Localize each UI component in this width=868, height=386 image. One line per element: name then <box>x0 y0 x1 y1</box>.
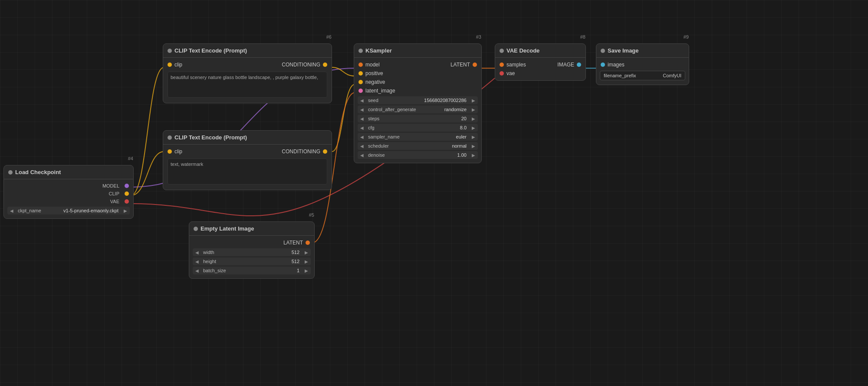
port-dot-model <box>125 184 129 188</box>
port-label-negative-in: negative <box>365 79 385 85</box>
param-arrow-left-steps[interactable]: ◀ <box>358 115 366 122</box>
param-label-height: height <box>201 257 289 265</box>
param-arrow-right-steps[interactable]: ▶ <box>469 115 478 122</box>
param-arrow-right-cag[interactable]: ▶ <box>469 106 478 113</box>
negative-prompt-text[interactable]: text, watermark <box>168 158 327 185</box>
port-dot-images-in <box>601 63 605 67</box>
param-scheduler[interactable]: ◀ scheduler normal ▶ <box>358 142 478 150</box>
node-title-load-checkpoint: Load Checkpoint <box>15 169 61 175</box>
port-label-conditioning-out: CONDITIONING <box>282 62 320 68</box>
param-label-cag: control_after_generate <box>366 106 442 113</box>
port-label-samples-in: samples <box>506 62 526 68</box>
param-label-cfg: cfg <box>366 124 457 132</box>
node-body-clip-negative: clip CONDITIONING text, watermark <box>163 145 332 190</box>
load-checkpoint-node: #4 Load Checkpoint MODEL CLIP VAE ◀ ckpt… <box>3 165 134 219</box>
filename-prefix-label: filename_prefix <box>604 73 636 78</box>
param-arrow-right-seed[interactable]: ▶ <box>469 97 478 104</box>
param-label-ckpt: ckpt_name <box>16 207 61 214</box>
param-label-width: width <box>201 248 289 256</box>
positive-prompt-text[interactable]: beautiful scenery nature glass bottle la… <box>168 72 327 98</box>
param-value-height: 512 <box>289 257 302 265</box>
port-label-images-in: images <box>608 62 625 68</box>
param-arrow-right-height[interactable]: ▶ <box>302 258 311 265</box>
param-arrow-right-denoise[interactable]: ▶ <box>469 152 478 159</box>
param-value-seed: 1566802087002286 <box>421 96 469 104</box>
param-label-denoise: denoise <box>366 151 455 159</box>
param-arrow-right-scheduler[interactable]: ▶ <box>469 142 478 150</box>
port-dot-conditioning-out <box>323 63 327 67</box>
node-id-8: #8 <box>580 34 585 40</box>
param-arrow-left-denoise[interactable]: ◀ <box>358 152 366 159</box>
param-batch-size[interactable]: ◀ batch_size 1 ▶ <box>193 267 311 274</box>
save-image-node: #9 Save Image images filename_prefix Com… <box>596 43 689 85</box>
param-arrow-left-cag[interactable]: ◀ <box>358 106 366 113</box>
param-arrow-left-sampler[interactable]: ◀ <box>358 133 366 141</box>
port-model-output: MODEL <box>4 182 133 190</box>
node-status-dot <box>601 49 605 53</box>
param-denoise[interactable]: ◀ denoise 1.00 ▶ <box>358 151 478 159</box>
param-control-after-generate[interactable]: ◀ control_after_generate randomize ▶ <box>358 106 478 113</box>
clip-text-positive-node: #6 CLIP Text Encode (Prompt) clip CONDIT… <box>163 43 332 103</box>
clip-text-negative-node: CLIP Text Encode (Prompt) clip CONDITION… <box>163 130 332 190</box>
node-title-vae-decode: VAE Decode <box>506 47 539 54</box>
param-arrow-right-cfg[interactable]: ▶ <box>469 124 478 132</box>
param-value-sampler: euler <box>454 133 469 141</box>
param-width[interactable]: ◀ width 512 ▶ <box>193 248 311 256</box>
node-header-vae-decode: VAE Decode <box>495 44 585 58</box>
param-value-denoise: 1.00 <box>455 151 469 159</box>
node-title-clip-negative: CLIP Text Encode (Prompt) <box>174 134 247 141</box>
port-label-latent-out-k: LATENT <box>450 62 470 68</box>
node-header-clip-negative: CLIP Text Encode (Prompt) <box>163 131 332 145</box>
param-label-batch: batch_size <box>201 267 294 274</box>
node-id-9: #9 <box>684 34 689 40</box>
node-body-save-image: images filename_prefix ComfyUI <box>596 58 689 85</box>
node-header-empty-latent: Empty Latent Image <box>189 222 314 236</box>
param-arrow-right-sampler[interactable]: ▶ <box>469 133 478 141</box>
node-body-ksampler: model LATENT positive negative latent_im… <box>354 58 481 163</box>
port-dot-latent-out <box>306 241 310 245</box>
node-header-ksampler: KSampler <box>354 44 481 58</box>
param-value-scheduler: normal <box>449 142 469 150</box>
param-arrow-left-cfg[interactable]: ◀ <box>358 124 366 132</box>
param-arrow-left-batch[interactable]: ◀ <box>193 267 201 274</box>
param-label-steps: steps <box>366 115 459 122</box>
param-label-sampler: sampler_name <box>366 133 454 141</box>
node-status-dot <box>500 49 504 53</box>
param-arrow-right-batch[interactable]: ▶ <box>302 267 311 274</box>
param-arrow-right[interactable]: ▶ <box>121 207 130 214</box>
node-title-empty-latent: Empty Latent Image <box>201 225 254 232</box>
node-body-clip-positive: clip CONDITIONING beautiful scenery natu… <box>163 58 332 103</box>
port-label-clip-in-neg: clip <box>174 148 182 155</box>
param-value-ckpt: v1-5-pruned-emaonly.ckpt <box>61 207 121 214</box>
param-arrow-left-scheduler[interactable]: ◀ <box>358 142 366 150</box>
param-steps[interactable]: ◀ steps 20 ▶ <box>358 115 478 122</box>
empty-latent-node: #5 Empty Latent Image LATENT ◀ width 512… <box>189 221 315 279</box>
port-label-vae-in: vae <box>506 70 515 76</box>
node-id-3: #3 <box>476 34 481 40</box>
param-arrow-left-width[interactable]: ◀ <box>193 249 201 256</box>
ksampler-node: #3 KSampler model LATENT positive negati… <box>354 43 482 163</box>
param-arrow-left[interactable]: ◀ <box>7 207 16 214</box>
port-dot-vae-in <box>500 71 504 76</box>
node-body-load-checkpoint: MODEL CLIP VAE ◀ ckpt_name v1-5-pruned-e… <box>4 179 133 218</box>
filename-prefix-field[interactable]: filename_prefix ComfyUI <box>600 71 685 80</box>
port-dot-vae <box>125 199 129 204</box>
port-dot-latent-in <box>358 89 363 93</box>
param-sampler-name[interactable]: ◀ sampler_name euler ▶ <box>358 133 478 141</box>
param-seed[interactable]: ◀ seed 1566802087002286 ▶ <box>358 96 478 104</box>
param-arrow-right-width[interactable]: ▶ <box>302 249 311 256</box>
param-arrow-left-height[interactable]: ◀ <box>193 258 201 265</box>
param-arrow-left-seed[interactable]: ◀ <box>358 97 366 104</box>
port-dot-positive-in <box>358 71 363 76</box>
port-dot-clip <box>125 191 129 196</box>
param-cfg[interactable]: ◀ cfg 8.0 ▶ <box>358 124 478 132</box>
vae-decode-node: #8 VAE Decode samples IMAGE vae <box>495 43 586 81</box>
port-dot-latent-out-k <box>473 63 477 67</box>
param-height[interactable]: ◀ height 512 ▶ <box>193 257 311 265</box>
param-ckpt-name[interactable]: ◀ ckpt_name v1-5-pruned-emaonly.ckpt ▶ <box>7 207 130 214</box>
node-header-save-image: Save Image <box>596 44 689 58</box>
port-dot-image-out <box>577 63 581 67</box>
param-label-scheduler: scheduler <box>366 142 449 150</box>
port-dot-negative-in <box>358 80 363 84</box>
port-dot-conditioning-out-neg <box>323 149 327 154</box>
